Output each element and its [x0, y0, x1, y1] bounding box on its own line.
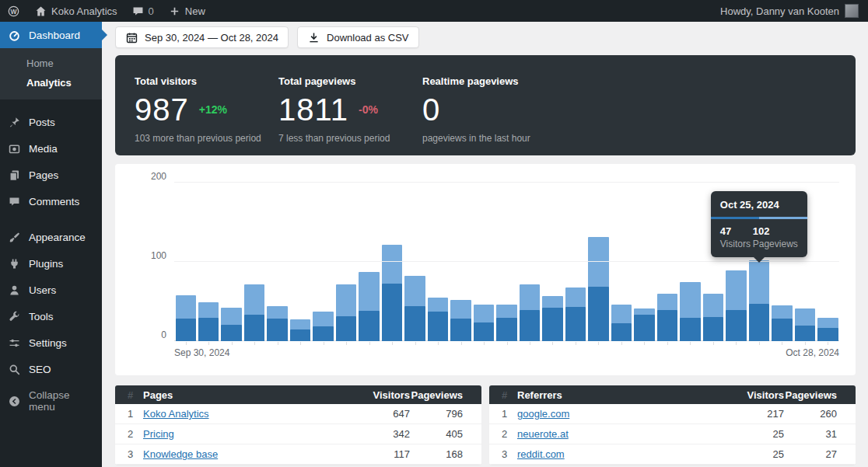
stat-visitors-caption: 103 more than previous period — [135, 133, 278, 144]
visitors-bar — [817, 328, 838, 341]
visitors-bar — [336, 316, 356, 341]
visitors-bar — [221, 325, 241, 341]
rank-column-header: # — [489, 389, 516, 401]
tooltip-divider — [711, 217, 807, 219]
row-visitors: 25 — [722, 448, 784, 460]
row-pageviews: 31 — [784, 428, 846, 440]
chart-bar[interactable] — [610, 183, 632, 341]
sidebar-item-dashboard[interactable]: Dashboard — [0, 22, 102, 48]
chart-bar[interactable] — [564, 183, 586, 341]
chart-bar[interactable] — [380, 183, 403, 341]
page-link[interactable]: Knowledge base — [143, 448, 218, 460]
site-name-link[interactable]: Koko Analytics — [27, 0, 124, 22]
chart-bar[interactable] — [404, 183, 426, 341]
chart-bar[interactable] — [472, 183, 495, 341]
howdy-text[interactable]: Howdy, Danny van Kooten — [720, 5, 839, 17]
date-range-button[interactable]: Sep 30, 2024 — Oct 28, 2024 — [115, 26, 289, 48]
x-tick — [415, 342, 416, 345]
chart-bar[interactable] — [289, 183, 311, 341]
tables-row: # Pages Visitors Pageviews 1Koko Analyti… — [115, 385, 856, 465]
visitors-bar — [588, 287, 608, 341]
chart-bar[interactable] — [312, 183, 334, 341]
sidebar-item-settings[interactable]: Settings — [0, 329, 102, 356]
sidebar-item-pages[interactable]: Pages — [0, 162, 102, 188]
sidebar-item-posts[interactable]: Posts — [0, 109, 102, 135]
chart-bar[interactable] — [656, 183, 678, 341]
new-label: New — [185, 5, 205, 17]
chart-bar[interactable] — [518, 183, 541, 341]
row-visitors: 647 — [348, 408, 410, 420]
visitors-bar — [474, 322, 494, 341]
x-tick — [254, 342, 255, 345]
x-tick — [438, 342, 439, 345]
visitors-bar — [313, 326, 333, 341]
stat-visitors-title: Total visitors — [135, 75, 278, 87]
x-tick — [300, 342, 301, 345]
sidebar-item-plugins[interactable]: Plugins — [0, 250, 102, 277]
new-content-button[interactable]: New — [161, 0, 212, 22]
collapse-arrow-icon — [6, 393, 22, 409]
chart-bar[interactable] — [426, 183, 449, 341]
chart-bar[interactable] — [679, 183, 702, 341]
chart-bar[interactable] — [220, 183, 243, 341]
avatar[interactable] — [845, 4, 859, 18]
chart-bar[interactable] — [450, 183, 472, 341]
collapse-menu-button[interactable]: Collapse menu — [0, 384, 102, 418]
chart-bar[interactable] — [174, 183, 197, 341]
page-link[interactable]: Pricing — [143, 428, 174, 440]
chart-bar[interactable] — [541, 183, 564, 341]
toolbar: Sep 30, 2024 — Oct 28, 2024 Download as … — [115, 26, 856, 48]
sidebar-item-tools[interactable]: Tools — [0, 303, 102, 329]
sidebar-item-comments[interactable]: Comments — [0, 188, 102, 214]
x-tick — [208, 342, 209, 345]
visitors-bar — [703, 317, 723, 341]
sidebar-item-seo[interactable]: SEO — [0, 356, 102, 382]
download-csv-button[interactable]: Download as CSV — [297, 26, 419, 48]
referrer-link[interactable]: google.com — [517, 408, 569, 420]
chart-bar[interactable] — [243, 183, 265, 341]
visitors-bar — [611, 323, 632, 341]
page-link[interactable]: Koko Analytics — [143, 408, 209, 420]
visitors-bar — [634, 315, 654, 341]
x-tick — [805, 342, 806, 345]
referrer-link[interactable]: neuerote.at — [517, 428, 569, 440]
pages-column-header: Pages — [142, 389, 348, 401]
tooltip-pageviews-label: Pageviews — [753, 239, 798, 249]
row-pageviews: 168 — [410, 448, 472, 460]
chart-bar[interactable] — [358, 183, 380, 341]
stat-pageviews-caption: 7 less than previous period — [278, 133, 422, 144]
pages-table: # Pages Visitors Pageviews 1Koko Analyti… — [115, 385, 481, 465]
stat-visitors-value: 987 — [135, 94, 189, 125]
user-icon — [6, 282, 22, 298]
x-tick — [461, 342, 462, 345]
tooltip-visitors-value: 47 — [720, 225, 753, 237]
sidebar-item-label: Tools — [29, 311, 54, 322]
table-row: 1Koko Analytics647796 — [115, 404, 481, 424]
sidebar-item-appearance[interactable]: Appearance — [0, 224, 102, 250]
x-tick — [576, 342, 576, 345]
row-pageviews: 27 — [784, 448, 846, 460]
chart-bar[interactable] — [633, 183, 656, 341]
stat-pageviews-title: Total pageviews — [278, 75, 422, 87]
pin-icon — [6, 114, 22, 130]
submenu-item-analytics[interactable]: Analytics — [0, 73, 102, 92]
download-icon — [307, 31, 320, 44]
chart-bar[interactable] — [817, 183, 839, 341]
x-tick — [828, 342, 828, 345]
submenu-item-home[interactable]: Home — [0, 54, 102, 73]
chart-bar[interactable] — [587, 183, 610, 341]
chart-bar[interactable] — [495, 183, 518, 341]
sidebar-item-label: Pages — [29, 169, 58, 181]
comments-badge[interactable]: 0 — [124, 0, 161, 22]
svg-text:W: W — [10, 7, 17, 15]
chart-bar[interactable] — [334, 183, 357, 341]
sidebar-menu: DashboardHomeAnalyticsPostsMediaPagesCom… — [0, 22, 102, 382]
chart-bar[interactable] — [197, 183, 219, 341]
wordpress-menu-button[interactable]: W — [0, 0, 27, 22]
referrer-link[interactable]: reddit.com — [517, 448, 565, 460]
visitors-bar — [680, 318, 700, 341]
table-row: 1google.com217260 — [489, 404, 856, 424]
chart-bar[interactable] — [266, 183, 289, 341]
sidebar-item-media[interactable]: Media — [0, 135, 102, 162]
sidebar-item-users[interactable]: Users — [0, 277, 102, 303]
